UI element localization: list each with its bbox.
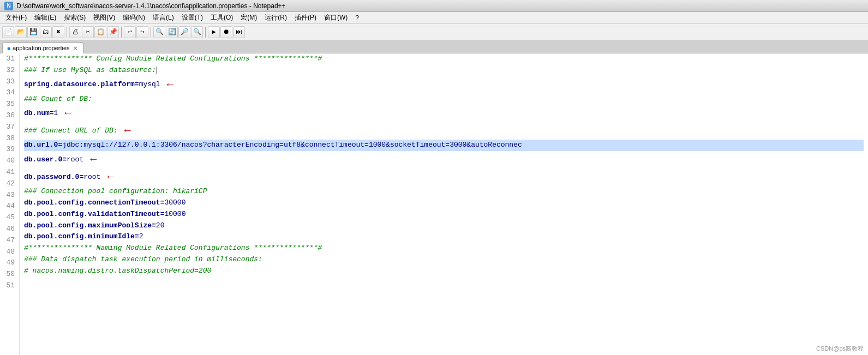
code-line-44: db.pool.config.connectionTimeout=30000	[24, 197, 864, 209]
code-line-41: db.password.0=root←	[24, 169, 864, 186]
code-line-47: db.pool.config.minimumIdle=2	[24, 231, 864, 243]
arrow-icon-line-33: ←	[167, 76, 173, 94]
code-line-49: #*************** Naming Module Related C…	[24, 243, 864, 254]
line-text-40: db.user.0=root	[24, 154, 83, 166]
toolbar-group-2: 🖨 ✂ 📋 📌	[69, 26, 119, 38]
line-text-41: db.password.0=root	[24, 172, 100, 183]
menu-item-?[interactable]: ?	[352, 13, 362, 23]
menu-item-文件F[interactable]: 文件(F)	[2, 12, 30, 23]
toolbar-group-1: 📄 📂 💾 🗂 ✖	[2, 26, 64, 38]
toolbar-copy[interactable]: 📋	[94, 26, 106, 38]
toolbar-group-4: 🔍 🔄 🔎 🔍	[153, 26, 203, 38]
toolbar-run[interactable]: ⏭	[233, 26, 245, 38]
line-text-35: ### Count of DB:	[24, 94, 92, 105]
line-text-46: db.pool.config.maximumPoolSize=20	[24, 220, 164, 232]
tab-close-btn[interactable]: ✕	[72, 45, 79, 51]
code-line-46: db.pool.config.maximumPoolSize=20	[24, 220, 864, 232]
line-text-47: db.pool.config.minimumIdle=2	[24, 231, 143, 243]
menu-item-宏M[interactable]: 宏(M)	[237, 12, 260, 23]
code-line-51: # nacos.naming.distro.taskDispatchPeriod…	[24, 266, 864, 277]
arrow-icon-line-40: ←	[90, 151, 97, 169]
line-text-38: ### Connect URL of DB:	[24, 125, 118, 137]
menu-item-工具O[interactable]: 工具(O)	[207, 12, 236, 23]
code-line-45: db.pool.config.validationTimeout=10000	[24, 209, 864, 220]
toolbar-saveall[interactable]: 🗂	[40, 26, 52, 38]
code-content[interactable]: #*************** Config Module Related C…	[20, 53, 868, 355]
toolbar-zoom-out[interactable]: 🔍	[191, 26, 203, 38]
toolbar-macro[interactable]: ▶	[208, 26, 220, 38]
toolbar-open[interactable]: 📂	[15, 26, 27, 38]
code-line-43: ### Connection pool configuration: hikar…	[24, 186, 864, 197]
toolbar-close[interactable]: ✖	[52, 26, 64, 38]
editor-area[interactable]: 3132333435363738394041424344454647484950…	[0, 53, 868, 355]
toolbar-new[interactable]: 📄	[2, 26, 14, 38]
toolbar-undo[interactable]: ↩	[124, 26, 136, 38]
line-text-39: db.url.0=jdbc:mysql://127.0.0.1:3306/nac…	[24, 140, 522, 151]
code-line-36: db.num=1←	[24, 105, 864, 122]
line-text-33: spring.datasource.platform=mysql	[24, 79, 160, 91]
toolbar-save[interactable]: 💾	[27, 26, 39, 38]
menu-item-窗口W[interactable]: 窗口(W)	[321, 12, 351, 23]
toolbar-sep-4	[205, 27, 206, 38]
menu-item-设置T[interactable]: 设置(T)	[178, 12, 206, 23]
text-cursor	[157, 67, 157, 74]
tab-icon: ■	[7, 45, 10, 51]
toolbar-paste[interactable]: 📌	[107, 26, 119, 38]
code-line-40: db.user.0=root←	[24, 151, 864, 169]
menu-bar: 文件(F)编辑(E)搜索(S)视图(V)编码(N)语言(L)设置(T)工具(O)…	[0, 12, 868, 24]
menu-item-编码N[interactable]: 编码(N)	[119, 12, 148, 23]
window-title: D:\software\work_software\nacos-server-1…	[16, 2, 286, 10]
tab-bar: ■ application.properties ✕	[0, 40, 868, 53]
line-text-43: ### Connection pool configuration: hikar…	[24, 186, 207, 197]
line-text-44: db.pool.config.connectionTimeout=30000	[24, 197, 185, 209]
toolbar-zoom-in[interactable]: 🔎	[178, 26, 190, 38]
line-text-32: ### If use MySQL as datasource:	[24, 65, 157, 76]
toolbar-find[interactable]: 🔍	[153, 26, 165, 38]
line-text-36: db.num=1	[24, 108, 58, 119]
toolbar-sep-3	[151, 27, 151, 38]
tab-label: application.properties	[13, 45, 70, 51]
line-text-51: # nacos.naming.distro.taskDispatchPeriod…	[24, 266, 211, 277]
toolbar-group-3: ↩ ↪	[124, 26, 148, 38]
code-line-35: ### Count of DB:	[24, 94, 864, 105]
toolbar-record[interactable]: ⏺	[220, 26, 232, 38]
arrow-icon-line-41: ←	[107, 169, 113, 186]
line-text-49: #*************** Naming Module Related C…	[24, 243, 322, 254]
toolbar-sep-1	[67, 27, 67, 38]
toolbar-sep-2	[121, 27, 122, 38]
menu-item-语言L[interactable]: 语言(L)	[149, 12, 177, 23]
code-line-31: #*************** Config Module Related C…	[24, 53, 864, 65]
menu-item-视图V[interactable]: 视图(V)	[90, 12, 118, 23]
toolbar-print[interactable]: 🖨	[69, 26, 81, 38]
tab-application-properties[interactable]: ■ application.properties ✕	[2, 43, 83, 53]
code-line-39: db.url.0=jdbc:mysql://127.0.0.1:3306/nac…	[24, 140, 864, 151]
code-line-50: ### Data dispatch task execution period …	[24, 254, 864, 266]
toolbar: 📄 📂 💾 🗂 ✖ 🖨 ✂ 📋 📌 ↩ ↪ 🔍 🔄 🔎 🔍 ▶ ⏺ ⏭	[0, 24, 868, 40]
toolbar-group-5: ▶ ⏺ ⏭	[208, 26, 245, 38]
toolbar-redo[interactable]: ↪	[136, 26, 148, 38]
app-icon: N	[4, 2, 13, 10]
code-line-33: spring.datasource.platform=mysql←	[24, 76, 864, 94]
code-line-38: ### Connect URL of DB:←	[24, 122, 864, 140]
watermark: CSDN@ps酱教程	[816, 345, 864, 353]
arrow-icon-line-38: ←	[124, 122, 131, 140]
menu-item-插件P[interactable]: 插件(P)	[291, 12, 320, 23]
code-line-32: ### If use MySQL as datasource:	[24, 65, 864, 76]
line-text-31: #*************** Config Module Related C…	[24, 53, 322, 65]
arrow-icon-line-36: ←	[64, 105, 71, 122]
menu-item-搜索S[interactable]: 搜索(S)	[61, 12, 89, 23]
line-numbers: 3132333435363738394041424344454647484950…	[0, 53, 20, 355]
menu-item-编辑E[interactable]: 编辑(E)	[31, 12, 59, 23]
toolbar-replace[interactable]: 🔄	[166, 26, 178, 38]
line-text-50: ### Data dispatch task execution period …	[24, 254, 262, 266]
title-bar: N D:\software\work_software\nacos-server…	[0, 0, 868, 12]
line-text-45: db.pool.config.validationTimeout=10000	[24, 209, 185, 220]
toolbar-cut[interactable]: ✂	[82, 26, 94, 38]
menu-item-运行R[interactable]: 运行(R)	[261, 12, 290, 23]
